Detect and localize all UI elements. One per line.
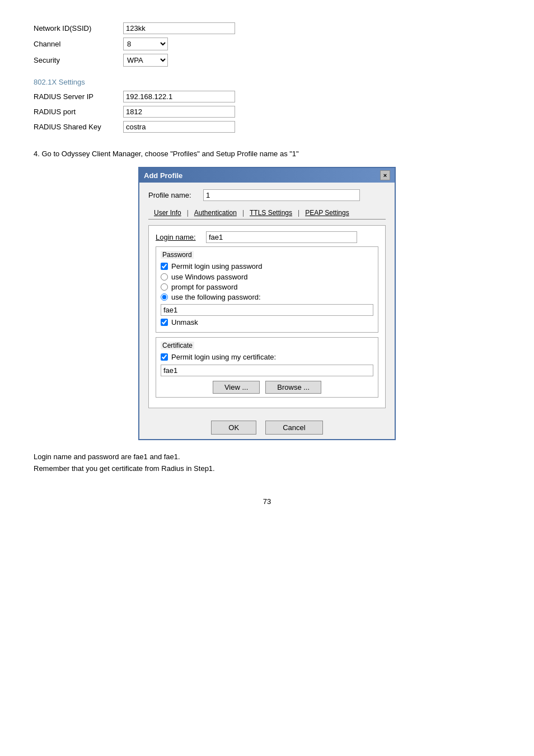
footer-text: Login name and password are fae1 and fae… <box>34 451 500 475</box>
radio-prompt-for-password[interactable] <box>161 283 168 291</box>
unmask-row: Unmask <box>161 318 373 326</box>
radius-port-label: RADIUS port <box>34 108 123 116</box>
permit-login-label: Permit login using password <box>171 262 263 270</box>
password-input[interactable] <box>161 304 373 316</box>
ok-button[interactable]: OK <box>211 421 256 435</box>
footer-line2: Remember that you get certificate from R… <box>34 463 500 475</box>
radio-prompt-password: prompt for password <box>161 283 373 291</box>
cancel-button[interactable]: Cancel <box>265 421 322 435</box>
permit-login-checkbox-row: Permit login using password <box>161 262 373 270</box>
security-label: Security <box>34 56 123 64</box>
tab-authentication[interactable]: Authentication <box>189 207 242 219</box>
802x-settings-header: 802.1X Settings <box>34 78 500 86</box>
channel-row: Channel 8 <box>34 38 500 50</box>
dialog-close-button[interactable]: × <box>380 170 390 180</box>
dialog-titlebar: Add Profile × <box>139 168 395 183</box>
channel-label: Channel <box>34 40 123 48</box>
footer-line1: Login name and password are fae1 and fae… <box>34 451 500 463</box>
add-profile-dialog: Add Profile × Profile name: User Info | … <box>138 167 396 440</box>
radio-windows-password-label: use Windows password <box>171 273 248 281</box>
network-id-label: Network ID(SSID) <box>34 24 123 32</box>
tab-peap-settings[interactable]: PEAP Settings <box>299 207 355 219</box>
permit-login-checkbox[interactable] <box>161 263 168 270</box>
radio-prompt-password-label: prompt for password <box>171 283 238 291</box>
unmask-checkbox[interactable] <box>161 319 168 326</box>
radius-server-ip-row: RADIUS Server IP <box>34 91 500 102</box>
radius-port-row: RADIUS port <box>34 106 500 118</box>
tab-ttls-settings[interactable]: TTLS Settings <box>244 207 298 219</box>
radio-use-following-password: use the following password: <box>161 293 373 301</box>
tab-panel-user-info: Login name: Password Permit login using … <box>148 225 386 408</box>
profile-name-label: Profile name: <box>148 191 199 199</box>
browse-button[interactable]: Browse ... <box>265 381 321 394</box>
permit-cert-checkbox[interactable] <box>161 353 168 361</box>
profile-name-input[interactable] <box>203 189 360 201</box>
dialog-body: Profile name: User Info | Authentication… <box>139 183 395 415</box>
radio-use-following-label: use the following password: <box>171 293 261 301</box>
radius-port-input[interactable] <box>123 106 235 118</box>
certificate-group-title: Certificate <box>161 342 194 349</box>
security-row: Security WPA <box>34 54 500 67</box>
view-button[interactable]: View ... <box>213 381 260 394</box>
login-name-label: Login name: <box>156 233 206 241</box>
unmask-label: Unmask <box>171 318 198 326</box>
security-select[interactable]: WPA <box>123 54 168 67</box>
network-id-row: Network ID(SSID) <box>34 22 500 34</box>
view-browse-row: View ... Browse ... <box>161 381 373 394</box>
profile-name-row: Profile name: <box>148 189 386 201</box>
radius-shared-key-row: RADIUS Shared Key <box>34 121 500 133</box>
permit-cert-label: Permit login using my certificate: <box>171 353 276 361</box>
tabs-row: User Info | Authentication | TTLS Settin… <box>148 207 386 220</box>
password-group-title: Password <box>161 251 194 259</box>
login-name-row: Login name: <box>156 231 378 243</box>
certificate-group: Certificate Permit login using my certif… <box>156 337 378 398</box>
radius-server-ip-input[interactable] <box>123 91 235 102</box>
dialog-buttons: OK Cancel <box>139 415 395 439</box>
dialog-title: Add Profile <box>144 171 182 180</box>
radius-server-ip-label: RADIUS Server IP <box>34 92 123 101</box>
page-number: 73 <box>34 497 500 506</box>
radio-use-windows-password[interactable] <box>161 273 168 281</box>
channel-select[interactable]: 8 <box>123 38 168 50</box>
cert-input[interactable] <box>161 365 373 376</box>
password-group: Password Permit login using password use… <box>156 246 378 333</box>
radius-shared-key-label: RADIUS Shared Key <box>34 123 123 131</box>
radius-shared-key-input[interactable] <box>123 121 235 133</box>
settings-section: Network ID(SSID) Channel 8 Security WPA … <box>34 22 500 133</box>
step4-text: 4. Go to Odyssey Client Manager, choose … <box>34 150 500 158</box>
tab-user-info[interactable]: User Info <box>148 207 187 219</box>
login-name-input[interactable] <box>206 231 357 243</box>
radio-use-following[interactable] <box>161 293 168 301</box>
network-id-input[interactable] <box>123 22 235 34</box>
radio-windows-password: use Windows password <box>161 273 373 281</box>
permit-cert-row: Permit login using my certificate: <box>161 353 373 361</box>
